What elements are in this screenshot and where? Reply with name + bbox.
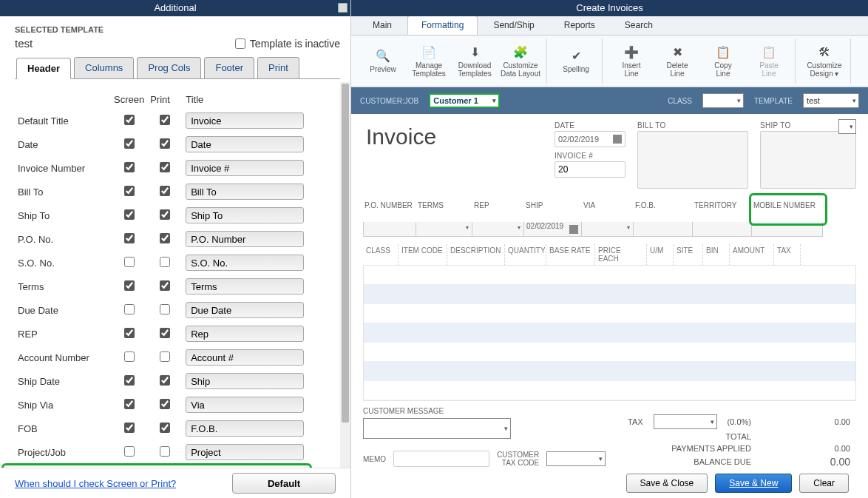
ribbon-paste-line[interactable]: 📋PasteLine xyxy=(749,44,789,78)
title-input[interactable] xyxy=(186,373,304,389)
title-input[interactable] xyxy=(186,349,304,366)
print-checkbox[interactable] xyxy=(160,209,170,220)
tab-progcols[interactable]: Prog Cols xyxy=(137,57,201,78)
class-combo[interactable] xyxy=(702,93,744,108)
print-checkbox[interactable] xyxy=(160,328,170,338)
cust-msg-combo[interactable] xyxy=(363,418,511,439)
shipto-combo[interactable] xyxy=(838,119,856,134)
screen-checkbox[interactable] xyxy=(124,280,135,291)
rtab-reports[interactable]: Reports xyxy=(550,16,609,35)
screen-checkbox[interactable] xyxy=(124,446,135,457)
title-input[interactable] xyxy=(186,420,304,437)
print-checkbox[interactable] xyxy=(160,162,170,172)
clear-button[interactable]: Clear xyxy=(799,474,849,493)
tab-header[interactable]: Header xyxy=(16,58,71,79)
screen-checkbox[interactable] xyxy=(124,351,135,362)
screen-checkbox[interactable] xyxy=(124,162,135,172)
screen-checkbox[interactable] xyxy=(124,423,135,433)
template-editor-panel: Additional SELECTED TEMPLATE test Templa… xyxy=(0,0,351,498)
ribbon-delete-line[interactable]: ✖DeleteLine xyxy=(657,44,697,78)
val-terms[interactable]: ▾ xyxy=(416,222,472,237)
ribbon-customize-design-[interactable]: 🛠CustomizeDesign ▾ xyxy=(804,44,844,78)
field-row: Bill To xyxy=(15,182,346,201)
screen-checkbox[interactable] xyxy=(124,138,135,149)
rtab-search[interactable]: Search xyxy=(611,16,667,35)
title-input[interactable] xyxy=(186,255,304,271)
val-rep[interactable]: ▾ xyxy=(472,222,524,237)
rtab-sendship[interactable]: Send/Ship xyxy=(479,16,548,35)
invno-input[interactable] xyxy=(555,161,625,178)
print-checkbox[interactable] xyxy=(160,233,170,243)
taxcode-combo[interactable] xyxy=(546,451,606,466)
template-combo[interactable]: test xyxy=(803,93,859,108)
date-field[interactable]: 02/02/2019 xyxy=(555,131,625,147)
print-checkbox[interactable] xyxy=(160,351,170,362)
val-f-o-b-[interactable] xyxy=(634,222,693,237)
print-checkbox[interactable] xyxy=(160,446,170,457)
title-input[interactable] xyxy=(186,302,304,318)
ribbon-customize-data-layout[interactable]: 🧩CustomizeData Layout xyxy=(501,44,540,78)
val-via[interactable]: ▾ xyxy=(582,222,634,237)
template-inactive-checkbox[interactable] xyxy=(235,38,245,49)
title-input[interactable] xyxy=(186,136,304,152)
title-input[interactable] xyxy=(186,326,304,342)
tab-columns[interactable]: Columns xyxy=(74,57,134,78)
screen-checkbox[interactable] xyxy=(124,304,135,314)
fields-scroll-area[interactable]: Screen Print Title Default TitleDateInvo… xyxy=(0,82,350,468)
balance-label: BALANCE DUE xyxy=(694,457,751,466)
title-input[interactable] xyxy=(186,444,304,460)
val-mobile-number[interactable] xyxy=(752,222,823,237)
ribbon-manage-templates[interactable]: 📄ManageTemplates xyxy=(409,44,449,78)
print-checkbox[interactable] xyxy=(160,115,170,125)
print-checkbox[interactable] xyxy=(160,399,170,409)
save-close-button[interactable]: Save & Close xyxy=(626,474,708,493)
template-inactive-row[interactable]: Template is inactive xyxy=(235,38,340,50)
print-checkbox[interactable] xyxy=(160,138,170,149)
print-checkbox[interactable] xyxy=(160,304,170,314)
scrollbar[interactable] xyxy=(340,82,350,468)
tab-footer[interactable]: Footer xyxy=(204,57,254,78)
ribbon-preview[interactable]: 🔍Preview xyxy=(363,48,403,74)
screen-checkbox[interactable] xyxy=(124,257,135,267)
val-ship[interactable]: 02/02/2019 xyxy=(524,222,582,237)
rtab-main[interactable]: Main xyxy=(359,16,406,35)
title-input[interactable] xyxy=(186,397,304,413)
title-input[interactable] xyxy=(186,160,304,176)
title-input[interactable] xyxy=(186,231,304,247)
rtab-formatting[interactable]: Formatting xyxy=(407,16,478,35)
ribbon-insert-line[interactable]: ➕InsertLine xyxy=(611,44,651,78)
title-input[interactable] xyxy=(186,278,304,295)
default-button[interactable]: Default xyxy=(232,473,336,494)
customer-combo[interactable]: Customer 1 xyxy=(429,93,500,108)
screen-checkbox[interactable] xyxy=(124,399,135,409)
print-checkbox[interactable] xyxy=(160,186,170,196)
title-input[interactable] xyxy=(186,112,304,129)
print-checkbox[interactable] xyxy=(160,280,170,291)
screen-checkbox[interactable] xyxy=(124,328,135,338)
shipto-box[interactable] xyxy=(760,131,856,189)
screen-checkbox[interactable] xyxy=(124,209,135,220)
print-checkbox[interactable] xyxy=(160,423,170,433)
hdr-territory: TERRITORY xyxy=(693,199,752,212)
save-new-button[interactable]: Save & New xyxy=(715,474,792,493)
title-input[interactable] xyxy=(186,207,304,223)
title-input[interactable] xyxy=(186,184,304,200)
print-checkbox[interactable] xyxy=(160,375,170,386)
tab-print[interactable]: Print xyxy=(257,57,299,78)
print-checkbox[interactable] xyxy=(160,257,170,267)
ribbon-copy-line[interactable]: 📋CopyLine xyxy=(703,44,743,78)
val-p-o-number[interactable] xyxy=(363,222,416,237)
billto-box[interactable] xyxy=(637,131,748,189)
maximize-icon[interactable] xyxy=(338,3,347,13)
ribbon-download-templates[interactable]: ⬇DownloadTemplates xyxy=(455,44,495,78)
invoice-grid[interactable] xyxy=(363,265,856,401)
screen-checkbox[interactable] xyxy=(124,375,135,386)
screen-checkbox[interactable] xyxy=(124,115,135,125)
screen-checkbox[interactable] xyxy=(124,233,135,243)
ribbon-spelling[interactable]: ✔Spelling xyxy=(556,48,596,74)
tax-combo[interactable] xyxy=(654,414,717,429)
help-link[interactable]: When should I check Screen or Print? xyxy=(15,478,176,489)
val-territory[interactable] xyxy=(693,222,752,237)
screen-checkbox[interactable] xyxy=(124,186,135,196)
memo-input[interactable] xyxy=(393,451,489,467)
